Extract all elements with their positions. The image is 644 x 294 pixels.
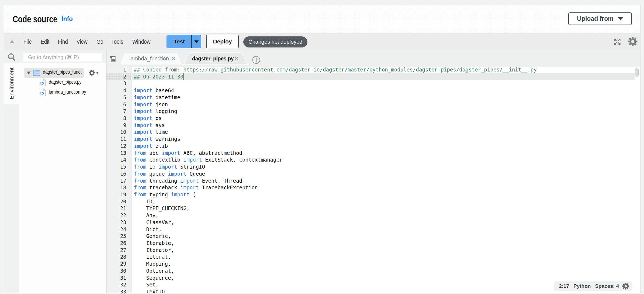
- code-editor[interactable]: 1234567891011121314151617181920212223242…: [106, 67, 640, 293]
- code-line: Sequence,: [134, 275, 174, 282]
- code-line: import json: [134, 101, 168, 108]
- line-number: 11: [110, 136, 126, 143]
- search-row: [4, 50, 106, 63]
- line-number: 7: [110, 108, 126, 115]
- test-button[interactable]: Test: [167, 35, 201, 48]
- folder-disclosure-icon[interactable]: [27, 71, 31, 75]
- deploy-button[interactable]: Deploy: [206, 35, 239, 48]
- code-line: ClassVar,: [134, 219, 174, 226]
- code-line: Iterator,: [134, 247, 174, 254]
- menu-window[interactable]: Window: [132, 33, 150, 50]
- python-file-icon: [39, 78, 46, 86]
- line-number: 17: [110, 177, 126, 184]
- folder-settings-gear-icon[interactable]: [89, 70, 95, 76]
- code-line: IO,: [134, 198, 156, 205]
- menu-view[interactable]: View: [77, 33, 88, 50]
- code-area[interactable]: ## Copied from: https://raw.githubuserco…: [132, 67, 640, 293]
- page-title: Code source: [13, 14, 57, 25]
- tree-file-label: lambda_function.py: [49, 89, 103, 96]
- line-number: 10: [110, 129, 126, 136]
- search-icon: [8, 53, 16, 61]
- line-number: 24: [110, 226, 126, 233]
- line-number: 14: [110, 156, 126, 163]
- line-number: 5: [110, 94, 126, 101]
- caret-down-icon: [194, 40, 199, 43]
- code-line: from abc import ABC, abstractmethod: [134, 150, 243, 157]
- line-number: 2: [110, 73, 126, 80]
- editor-pane: lambda_function. dagster_pipes.py: [106, 50, 640, 293]
- cursor-position[interactable]: 2:17: [559, 283, 569, 289]
- file-tree: dagster_pipes_funct: [19, 63, 106, 293]
- test-button-label[interactable]: Test: [167, 35, 192, 48]
- line-number: 12: [110, 143, 126, 150]
- card-header: Code source Info Upload from: [4, 5, 640, 33]
- code-line: from contextlib import ExitStack, contex…: [134, 156, 283, 163]
- line-number: 18: [110, 184, 126, 191]
- line-number: 32: [110, 281, 126, 288]
- info-link[interactable]: Info: [61, 15, 73, 23]
- tree-file-label: dagster_pipes.py: [49, 79, 103, 86]
- menu-edit[interactable]: Edit: [41, 33, 50, 50]
- menu-file[interactable]: File: [23, 33, 32, 50]
- tab-strip: lambda_function. dagster_pipes.py: [106, 50, 640, 67]
- tab-close-icon[interactable]: [171, 56, 176, 61]
- indent-setting[interactable]: Spaces: 4: [595, 283, 619, 289]
- code-line: import sys: [134, 122, 165, 129]
- code-line: import warnings: [134, 136, 181, 143]
- language-mode[interactable]: Python: [573, 283, 591, 289]
- tree-row-file[interactable]: dagster_pipes.py: [19, 78, 106, 88]
- line-number: 8: [110, 115, 126, 122]
- upload-from-button[interactable]: Upload from: [568, 12, 632, 25]
- line-number: 9: [110, 122, 126, 129]
- tab-label: dagster_pipes.py: [192, 56, 234, 62]
- line-number: 25: [110, 233, 126, 240]
- fullscreen-icon[interactable]: [614, 38, 621, 45]
- code-line: from threading import Event, Thread: [134, 177, 243, 184]
- tree-row-file[interactable]: lambda_function.py: [19, 88, 106, 98]
- tab-list-icon[interactable]: [109, 55, 116, 63]
- code-line: Mapping,: [134, 261, 171, 268]
- tab-lambda-function[interactable]: lambda_function.: [118, 52, 184, 65]
- menu-tools[interactable]: Tools: [111, 33, 123, 50]
- text-cursor: [183, 73, 184, 80]
- code-line: ## On 2023-11-30: [134, 73, 183, 80]
- line-number: 23: [110, 219, 126, 226]
- code-line: import logging: [134, 108, 177, 115]
- settings-gear-icon[interactable]: [628, 36, 638, 47]
- editor-statusbar: 2:17 Python Spaces: 4: [554, 281, 632, 291]
- vertical-scrollbar-thumb[interactable]: [635, 68, 639, 77]
- line-number: 16: [110, 170, 126, 177]
- line-number: 3: [110, 80, 126, 87]
- code-line: import zlib: [134, 143, 168, 150]
- menu-find[interactable]: Find: [58, 33, 68, 50]
- new-tab-plus-icon[interactable]: [252, 56, 260, 64]
- line-number: 30: [110, 268, 126, 275]
- code-line: import time: [134, 129, 168, 136]
- environment-rail: Environment: [4, 63, 19, 293]
- code-line: Optional,: [134, 268, 174, 275]
- statusbar-gear-icon[interactable]: [622, 283, 629, 290]
- code-line: Set,: [134, 281, 159, 288]
- menu-go[interactable]: Go: [96, 33, 103, 50]
- code-line: Generic,: [134, 233, 171, 240]
- line-number: 15: [110, 163, 126, 170]
- code-line: Literal,: [134, 254, 171, 261]
- code-line: Any,: [134, 212, 159, 219]
- environment-tab-label: Environment: [8, 67, 15, 99]
- environment-tab[interactable]: Environment: [4, 63, 19, 104]
- active-line-highlight: [132, 73, 635, 80]
- code-line: from queue import Queue: [134, 170, 205, 177]
- line-number: 22: [110, 212, 126, 219]
- line-number: 26: [110, 240, 126, 247]
- code-line: from traceback import TracebackException: [134, 184, 258, 191]
- line-number: 21: [110, 205, 126, 212]
- tree-row-folder[interactable]: dagster_pipes_funct: [19, 68, 106, 78]
- tab-dagster-pipes[interactable]: dagster_pipes.py: [182, 52, 249, 65]
- gear-caret-down-icon[interactable]: [96, 72, 99, 74]
- test-dropdown-arrow[interactable]: [192, 35, 201, 48]
- code-line: from io import StringIO: [134, 163, 205, 170]
- tab-close-icon[interactable]: [234, 56, 239, 61]
- code-line: import os: [134, 115, 162, 122]
- go-to-anything-input[interactable]: [23, 53, 102, 61]
- collapse-panel-icon[interactable]: [10, 40, 15, 43]
